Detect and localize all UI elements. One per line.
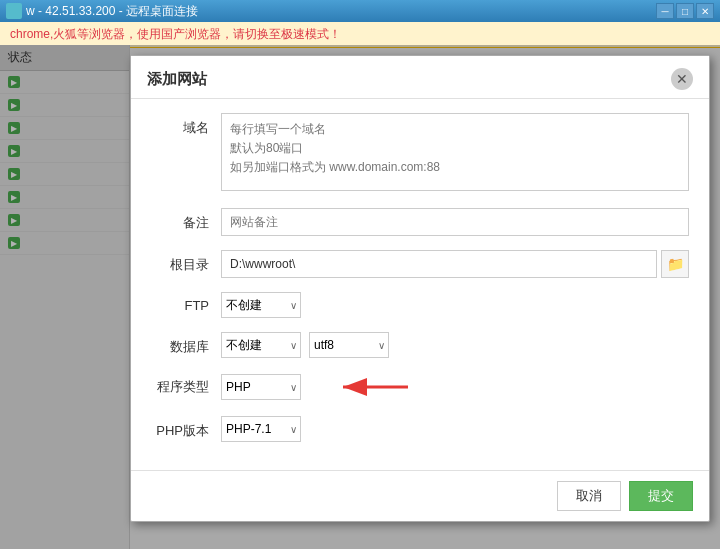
browse-folder-button[interactable]: 📁: [661, 250, 689, 278]
prog-type-label: 程序类型: [151, 372, 221, 396]
php-ver-select-container: PHP-7.1 PHP-5.6 PHP-7.0 PHP-7.2 PHP-7.4: [221, 416, 301, 442]
database-row: 数据库 不创建 MySQL SQLite utf8 utf8mb4: [151, 332, 689, 358]
modal-footer: 取消 提交: [131, 470, 709, 521]
modal-title: 添加网站: [147, 70, 207, 89]
window-title: w - 42.51.33.200 - 远程桌面连接: [26, 3, 656, 20]
ftp-control: 不创建 创建: [221, 292, 689, 318]
php-ver-control: PHP-7.1 PHP-5.6 PHP-7.0 PHP-7.2 PHP-7.4: [221, 416, 689, 442]
db-type-select-container: 不创建 MySQL SQLite: [221, 332, 301, 358]
root-dir-control: 📁: [221, 250, 689, 278]
dir-row: 📁: [221, 250, 689, 278]
ftp-label: FTP: [151, 292, 221, 313]
window-icon: [6, 3, 22, 19]
domain-textarea[interactable]: [221, 113, 689, 191]
window-controls: ─ □ ✕: [656, 3, 714, 19]
prog-type-select[interactable]: PHP Java Node Python Go: [221, 374, 301, 400]
domain-row: 域名: [151, 113, 689, 194]
modal-close-button[interactable]: ✕: [671, 68, 693, 90]
warning-text: chrome,火狐等浏览器，使用国产浏览器，请切换至极速模式！: [10, 26, 341, 43]
php-ver-label: PHP版本: [151, 416, 221, 440]
ftp-select[interactable]: 不创建 创建: [221, 292, 301, 318]
modal-header: 添加网站 ✕: [131, 56, 709, 99]
root-dir-input[interactable]: [221, 250, 657, 278]
maximize-button[interactable]: □: [676, 3, 694, 19]
red-arrow: [313, 372, 413, 402]
remark-input[interactable]: [221, 208, 689, 236]
cancel-button[interactable]: 取消: [557, 481, 621, 511]
database-label: 数据库: [151, 332, 221, 356]
domain-label: 域名: [151, 113, 221, 137]
remark-label: 备注: [151, 208, 221, 232]
title-bar: w - 42.51.33.200 - 远程桌面连接 ─ □ ✕: [0, 0, 720, 22]
db-charset-select[interactable]: utf8 utf8mb4 gbk: [309, 332, 389, 358]
remark-row: 备注: [151, 208, 689, 236]
db-charset-select-container: utf8 utf8mb4 gbk: [309, 332, 389, 358]
remark-control: [221, 208, 689, 236]
prog-type-control: PHP Java Node Python Go: [221, 372, 689, 402]
php-ver-select[interactable]: PHP-7.1 PHP-5.6 PHP-7.0 PHP-7.2 PHP-7.4: [221, 416, 301, 442]
ftp-select-container: 不创建 创建: [221, 292, 301, 318]
root-dir-row: 根目录 📁: [151, 250, 689, 278]
modal-body: 域名 备注 根目录 📁 FTP: [131, 99, 709, 470]
prog-type-select-container: PHP Java Node Python Go: [221, 374, 301, 400]
close-button[interactable]: ✕: [696, 3, 714, 19]
database-inline-row: 不创建 MySQL SQLite utf8 utf8mb4 gbk: [221, 332, 689, 358]
prog-type-inline-row: PHP Java Node Python Go: [221, 372, 689, 402]
minimize-button[interactable]: ─: [656, 3, 674, 19]
root-dir-label: 根目录: [151, 250, 221, 274]
submit-button[interactable]: 提交: [629, 481, 693, 511]
php-ver-row: PHP版本 PHP-7.1 PHP-5.6 PHP-7.0 PHP-7.2 PH…: [151, 416, 689, 442]
domain-control: [221, 113, 689, 194]
database-control: 不创建 MySQL SQLite utf8 utf8mb4 gbk: [221, 332, 689, 358]
modal-dialog: 添加网站 ✕ 域名 备注 根目录 📁: [130, 55, 710, 522]
ftp-row: FTP 不创建 创建: [151, 292, 689, 318]
prog-type-row: 程序类型 PHP Java Node Python Go: [151, 372, 689, 402]
db-type-select[interactable]: 不创建 MySQL SQLite: [221, 332, 301, 358]
